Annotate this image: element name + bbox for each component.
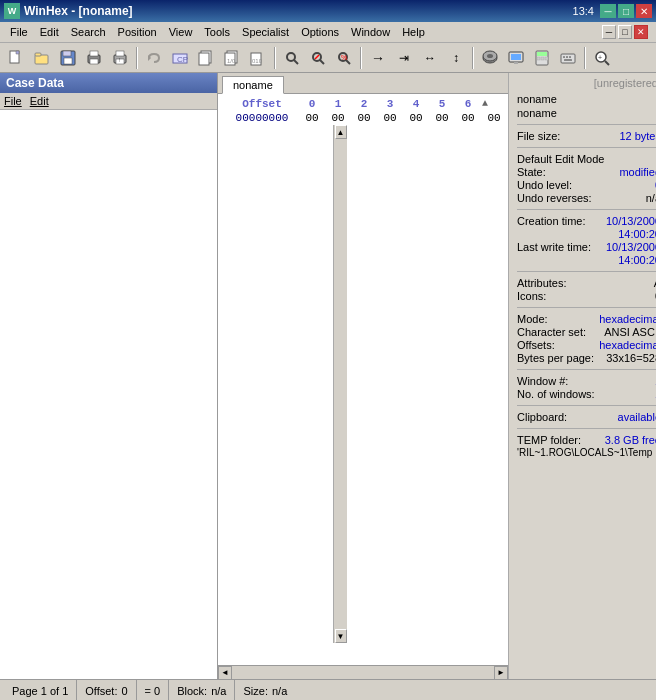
arrow-tab-button[interactable]: ⇥ — [392, 46, 416, 70]
hex-cell-0-6[interactable]: 00 — [458, 112, 478, 124]
attributes-label: Attributes: — [517, 277, 567, 289]
hex-area[interactable]: Offset 0 1 2 3 4 5 6 ▲ 00000000 00 00 — [218, 94, 508, 665]
center-panel: noname Offset 0 1 2 3 4 5 6 ▲ — [218, 73, 509, 679]
sep5 — [584, 47, 586, 69]
hex-cell-0-7[interactable]: 00 — [484, 112, 504, 124]
find-button[interactable] — [280, 46, 304, 70]
hex-cell-0-5[interactable]: 00 — [432, 112, 452, 124]
hex-col-1: 1 — [328, 98, 348, 110]
block-label: Block: — [177, 685, 207, 697]
svg-line-27 — [315, 55, 319, 59]
keyboard-button[interactable] — [556, 46, 580, 70]
horizontal-scrollbar[interactable]: ◄ ► — [218, 665, 508, 679]
paste2-button[interactable]: 010 — [246, 46, 270, 70]
scroll-down-button[interactable]: ▼ — [335, 629, 347, 643]
inner-maximize-button[interactable]: □ — [618, 25, 632, 39]
scroll-right-button[interactable]: ► — [494, 666, 508, 680]
svg-rect-8 — [90, 59, 98, 64]
last-write-hour: 14:00:20 — [618, 254, 656, 266]
hex-cell-0-1[interactable]: 00 — [328, 112, 348, 124]
app-icon: W — [4, 3, 20, 19]
monitor-button[interactable] — [504, 46, 528, 70]
close-button[interactable]: ✕ — [636, 4, 652, 18]
creation-time-hour: 14:00:20 — [618, 228, 656, 240]
hex-cell-0-0[interactable]: 00 — [302, 112, 322, 124]
eq-status: = 0 — [137, 680, 170, 700]
open-button[interactable] — [30, 46, 54, 70]
svg-rect-39 — [537, 57, 540, 60]
menu-help[interactable]: Help — [396, 24, 431, 40]
size-value: n/a — [272, 685, 287, 697]
menu-specialist[interactable]: Specialist — [236, 24, 295, 40]
svg-rect-45 — [569, 56, 571, 58]
divider-2 — [517, 147, 656, 148]
undo-reverses-label: Undo reverses: — [517, 192, 592, 204]
svg-rect-36 — [514, 62, 518, 64]
mode-value: hexadecimal — [599, 313, 656, 325]
minimize-button[interactable]: ─ — [600, 4, 616, 18]
new-button[interactable] — [4, 46, 28, 70]
hex-cell-0-3[interactable]: 00 — [380, 112, 400, 124]
tab-noname[interactable]: noname — [222, 76, 284, 94]
scroll-up-button[interactable]: ▲ — [335, 125, 347, 139]
title-time: 13:4 — [573, 5, 594, 17]
menu-search[interactable]: Search — [65, 24, 112, 40]
magnify-button[interactable]: + — [590, 46, 614, 70]
svg-text:CP: CP — [177, 55, 188, 64]
mode-row: Mode: hexadecimal — [517, 313, 656, 325]
find2-button[interactable] — [306, 46, 330, 70]
calc-button[interactable] — [530, 46, 554, 70]
vertical-scrollbar[interactable]: ▲ ▼ — [333, 125, 347, 643]
divider-4 — [517, 271, 656, 272]
case-edit-menu[interactable]: Edit — [30, 95, 49, 107]
svg-rect-5 — [64, 58, 72, 64]
hex-col-5: 5 — [432, 98, 452, 110]
undo-button[interactable] — [142, 46, 166, 70]
hex-cell-0-4[interactable]: 00 — [406, 112, 426, 124]
menu-view[interactable]: View — [163, 24, 199, 40]
menu-file[interactable]: File — [4, 24, 34, 40]
svg-rect-38 — [537, 52, 547, 56]
copy-button[interactable] — [194, 46, 218, 70]
arrow-horiz-button[interactable]: ↔ — [418, 46, 442, 70]
svg-text:010: 010 — [252, 58, 263, 64]
arrow-right-button[interactable]: → — [366, 46, 390, 70]
print2-button[interactable]: ! — [108, 46, 132, 70]
save-button[interactable] — [56, 46, 80, 70]
bytes-per-page-label: Bytes per page: — [517, 352, 594, 364]
menu-window[interactable]: Window — [345, 24, 396, 40]
charset-row: Character set: ANSI ASCII — [517, 326, 656, 338]
menu-position[interactable]: Position — [112, 24, 163, 40]
window-num-label: Window #: — [517, 375, 568, 387]
cut-button[interactable]: CP — [168, 46, 192, 70]
scroll-left-button[interactable]: ◄ — [218, 666, 232, 680]
disk-button[interactable] — [478, 46, 502, 70]
offsets-value: hexadecimal — [599, 339, 656, 351]
bytes-per-page-row: Bytes per page: 33x16=528 — [517, 352, 656, 364]
menu-tools[interactable]: Tools — [198, 24, 236, 40]
icons-row: Icons: 0 — [517, 290, 656, 302]
paste-button[interactable]: 1/0 — [220, 46, 244, 70]
scroll-up-icon[interactable]: ▲ — [478, 98, 492, 110]
hex-offset-header: Offset — [222, 98, 302, 110]
divider-1 — [517, 124, 656, 125]
inner-close-button[interactable]: ✕ — [634, 25, 648, 39]
tabs-bar: noname — [218, 73, 508, 94]
horizontal-scroll-track[interactable] — [232, 667, 494, 679]
svg-rect-2 — [35, 53, 41, 56]
print-button[interactable] — [82, 46, 106, 70]
size-label: Size: — [243, 685, 267, 697]
svg-text:%: % — [341, 54, 347, 61]
menu-options[interactable]: Options — [295, 24, 345, 40]
maximize-button[interactable]: □ — [618, 4, 634, 18]
sep1 — [136, 47, 138, 69]
arrow-vert-button[interactable]: ↕ — [444, 46, 468, 70]
inner-minimize-button[interactable]: ─ — [602, 25, 616, 39]
temp-folder-path: 'RIL~1.ROG\LOCALS~1\Temp — [517, 447, 656, 458]
state-row: State: modified — [517, 166, 656, 178]
svg-rect-41 — [545, 57, 548, 60]
case-file-menu[interactable]: File — [4, 95, 22, 107]
hex-cell-0-2[interactable]: 00 — [354, 112, 374, 124]
menu-edit[interactable]: Edit — [34, 24, 65, 40]
find3-button[interactable]: % — [332, 46, 356, 70]
